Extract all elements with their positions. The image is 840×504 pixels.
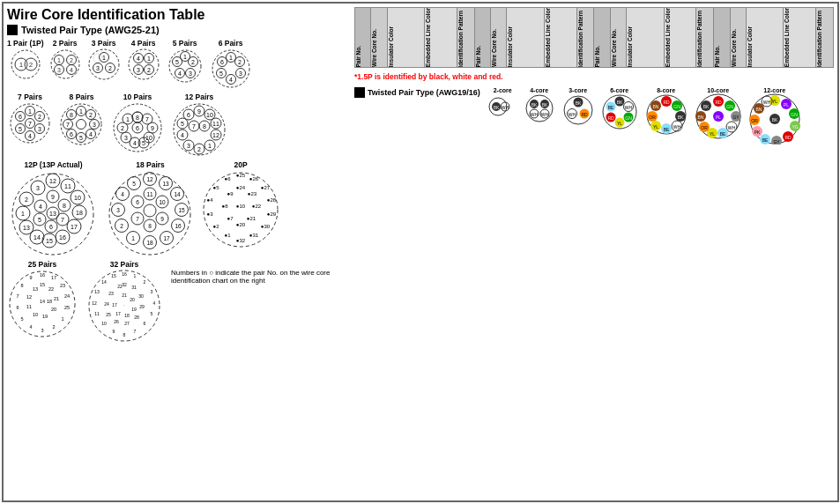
svg-text:5: 5 xyxy=(181,121,184,127)
main-container: Wire Core Identification Table Twisted P… xyxy=(2,2,839,502)
th-embed-2: Embedded Line Color xyxy=(544,8,576,68)
svg-text:BN: BN xyxy=(652,104,658,109)
th-pattern-1: Identification Pattern xyxy=(457,8,474,68)
svg-text:21: 21 xyxy=(122,293,127,298)
svg-text:YL: YL xyxy=(617,121,622,126)
svg-text:2: 2 xyxy=(70,57,73,63)
pair-8-svg: 1 2 3 4 5 6 7 8 xyxy=(57,102,106,146)
svg-text:4: 4 xyxy=(121,191,124,197)
svg-text:26: 26 xyxy=(114,319,119,324)
svg-text:●3: ●3 xyxy=(207,211,214,217)
svg-text:7: 7 xyxy=(16,293,19,299)
svg-text:2: 2 xyxy=(238,59,242,65)
svg-text:23: 23 xyxy=(60,283,65,288)
svg-text:3: 3 xyxy=(116,207,120,213)
svg-text:25: 25 xyxy=(106,312,111,317)
pair-20p-svg: ●25 ●26 ●27 ●28 ●29 ●30 ●31 ●32 ●1 ●2 ●3… xyxy=(201,170,280,249)
svg-text:2: 2 xyxy=(108,65,112,71)
svg-point-5 xyxy=(51,50,79,78)
page-title: Wire Core Identification Table xyxy=(7,7,351,23)
svg-text:4: 4 xyxy=(229,77,233,83)
svg-text:9: 9 xyxy=(151,125,154,131)
svg-text:●1: ●1 xyxy=(225,233,232,238)
svg-text:3: 3 xyxy=(239,70,242,77)
svg-text:25: 25 xyxy=(64,305,70,310)
svg-text:9: 9 xyxy=(160,216,164,222)
svg-text:6: 6 xyxy=(136,199,139,205)
svg-text:7: 7 xyxy=(134,329,137,334)
pair-5-svg: 1 2 3 4 5 xyxy=(166,48,204,84)
pair-12-svg: 9 10 11 12 1 2 3 4 5 6 7 8 xyxy=(169,102,229,157)
svg-text:PL: PL xyxy=(716,115,721,120)
core-10: 10-core RD GN GY WH BE YL OR BN BK PL xyxy=(693,87,744,145)
svg-text:10: 10 xyxy=(159,199,166,205)
th-pair-no-4: Pair No. xyxy=(714,8,730,68)
pair-group-32: 32 Pairs 16 1 2 3 4 5 6 7 8 9 10 11 12 1 xyxy=(85,260,164,342)
svg-point-21 xyxy=(93,54,102,63)
svg-text:17: 17 xyxy=(112,302,117,308)
pair-6-svg: 1 2 3 4 5 6 xyxy=(209,48,253,89)
svg-text:32: 32 xyxy=(122,282,127,287)
svg-text:WH: WH xyxy=(502,105,509,110)
th-pair-no-2: Pair No. xyxy=(474,8,490,68)
core-diagrams: 2-core BK WH 4-core BK BK xyxy=(487,87,802,145)
svg-text:5: 5 xyxy=(20,316,23,322)
svg-text:6: 6 xyxy=(16,305,19,310)
pair-group-2: 2 Pairs 1 2 3 4 xyxy=(48,39,82,89)
svg-text:5: 5 xyxy=(38,217,41,223)
svg-text:●20: ●20 xyxy=(236,222,246,227)
svg-text:2: 2 xyxy=(147,67,151,73)
svg-text:18: 18 xyxy=(47,299,52,304)
pair-group-5: 5 Pairs 1 2 3 4 5 xyxy=(166,39,204,89)
svg-text:PL: PL xyxy=(784,102,789,107)
svg-text:●22: ●22 xyxy=(252,204,262,209)
svg-text:GY: GY xyxy=(732,115,740,120)
title-section: Wire Core Identification Table Twisted P… xyxy=(7,7,351,39)
pair-4-svg: 4 1 3 2 xyxy=(126,48,161,80)
svg-text:8: 8 xyxy=(203,123,206,130)
svg-text:●28: ●28 xyxy=(267,197,277,203)
svg-text:3: 3 xyxy=(96,65,100,71)
pair-12p-svg: 12 11 10 18 17 16 15 14 13 1 2 3 9 xyxy=(7,170,100,258)
svg-text:●21: ●21 xyxy=(247,216,256,221)
th-insul-1: Insulator Color xyxy=(387,8,424,68)
svg-text:●9: ●9 xyxy=(227,191,234,196)
svg-text:BK: BK xyxy=(541,102,547,107)
twisted-pair-label: Twisted Pair Type (AWG19/16) xyxy=(354,87,480,98)
svg-text:16: 16 xyxy=(40,272,45,278)
svg-text:5: 5 xyxy=(19,126,22,132)
th-insul-4: Insulator Color xyxy=(746,8,783,68)
pair-diagrams-bottom: 25 Pairs 16 17 23 24 25 1 2 3 4 5 6 7 8 xyxy=(7,260,351,342)
svg-text:BE: BE xyxy=(719,131,725,137)
svg-text:●31: ●31 xyxy=(249,233,259,238)
pair-group-3: 3 Pairs 1 3 2 xyxy=(86,39,122,89)
th-pair-no-1: Pair No. xyxy=(355,8,371,68)
th-pattern-3: Identification Pattern xyxy=(696,8,714,68)
svg-text:20: 20 xyxy=(51,307,56,312)
svg-text:3: 3 xyxy=(93,122,96,128)
svg-text:5: 5 xyxy=(219,70,223,77)
awg-section: Twisted Pair Type (AWG19/16) 2-core BK W… xyxy=(354,87,834,145)
th-wire-no-3: Wire Core No. xyxy=(610,8,626,68)
svg-text:6: 6 xyxy=(19,114,22,120)
svg-text:●7: ●7 xyxy=(227,216,234,221)
svg-text:BE: BE xyxy=(607,105,613,110)
svg-text:12: 12 xyxy=(92,300,97,306)
svg-text:1: 1 xyxy=(28,108,32,115)
svg-text:OR: OR xyxy=(701,125,708,130)
svg-text:6: 6 xyxy=(70,131,73,137)
svg-text:BK: BK xyxy=(575,100,581,106)
svg-text:8: 8 xyxy=(123,332,126,337)
svg-text:GN: GN xyxy=(673,104,680,109)
svg-text:●2: ●2 xyxy=(213,224,220,229)
svg-text:BK: BK xyxy=(493,105,499,110)
svg-text:2: 2 xyxy=(191,59,195,65)
svg-text:13: 13 xyxy=(23,225,30,231)
svg-text:OR: OR xyxy=(751,118,758,123)
svg-text:12: 12 xyxy=(212,132,219,138)
svg-text:·: · xyxy=(123,302,124,308)
svg-text:●10: ●10 xyxy=(236,204,246,209)
pair-diagrams: 1 Pair (1P) 1 2 2 Pairs 1 xyxy=(7,39,351,258)
svg-text:5: 5 xyxy=(151,311,153,316)
svg-text:16: 16 xyxy=(59,234,66,241)
